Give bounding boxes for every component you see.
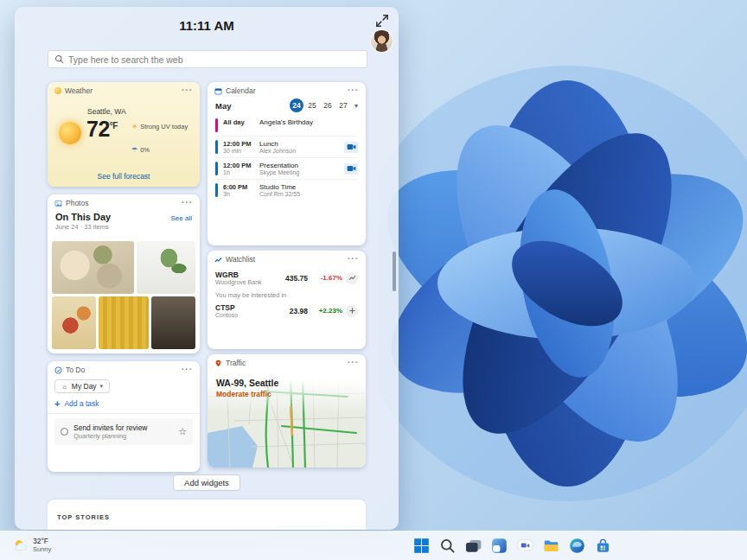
- watchlist-widget-header: Watchlist ···: [208, 251, 366, 266]
- todo-widget-header: To Do ···: [48, 361, 200, 377]
- todo-more-button[interactable]: ···: [182, 366, 193, 373]
- search-icon: [439, 538, 456, 554]
- traffic-widget[interactable]: Traffic ···: [208, 354, 366, 468]
- folder-icon: [543, 538, 559, 554]
- sun-icon: [59, 122, 81, 144]
- search-icon: [54, 54, 64, 64]
- calendar-event[interactable]: 12:00 PM 30 min Lunch Alex Johnson: [215, 137, 358, 158]
- edge-button[interactable]: [565, 534, 588, 557]
- photo-collage: [52, 241, 195, 349]
- widgets-icon: [491, 538, 508, 554]
- photo-tile[interactable]: [151, 296, 195, 349]
- event-color-bar: [215, 118, 218, 132]
- widgets-button[interactable]: [488, 534, 510, 557]
- see-all-link[interactable]: See all: [171, 214, 192, 222]
- event-color-bar: [215, 162, 218, 175]
- expand-icon: [374, 13, 390, 29]
- calendar-more-button[interactable]: ···: [348, 87, 359, 94]
- add-to-watchlist-icon[interactable]: [346, 305, 358, 317]
- traffic-more-button[interactable]: ···: [348, 360, 359, 366]
- umbrella-icon: ☂: [131, 146, 137, 154]
- calendar-day[interactable]: 26: [321, 99, 335, 112]
- photos-widget[interactable]: Photos ··· On This Day See all June 24 ·…: [48, 194, 200, 353]
- task-texts: Send invites for review Quarterly planni…: [73, 423, 173, 440]
- search-button[interactable]: [436, 534, 458, 557]
- search-input[interactable]: [68, 54, 361, 65]
- photo-row: [52, 241, 195, 294]
- bloom-wallpaper: [379, 24, 747, 536]
- calendar-widget-header: Calendar ···: [208, 82, 366, 98]
- edge-icon: [569, 538, 585, 554]
- task-checkbox[interactable]: [61, 428, 68, 436]
- chat-button[interactable]: [514, 534, 536, 557]
- stock-symbol-block: CTSP Contoso: [215, 303, 269, 318]
- calendar-widget-title: Calendar: [226, 86, 256, 95]
- add-widgets-button[interactable]: Add widgets: [173, 474, 240, 491]
- watchlist-row[interactable]: WGRB Woodgrove Bank 435.75 -1.67%: [208, 266, 366, 290]
- event-details: Presentation Skype Meeting: [259, 162, 339, 175]
- join-video-icon[interactable]: [344, 163, 358, 175]
- calendar-month: May: [215, 101, 231, 111]
- calendar-event[interactable]: 12:00 PM 1h Presentation Skype Meeting: [215, 158, 358, 180]
- start-button[interactable]: [410, 534, 432, 557]
- taskbar: 32°F Sunny: [0, 531, 747, 560]
- chevron-down-icon[interactable]: ▾: [354, 102, 358, 110]
- chevron-down-icon: ▾: [100, 383, 104, 390]
- weather-more-button[interactable]: ···: [182, 87, 193, 94]
- video-camera-icon: [347, 165, 356, 172]
- calendar-widget[interactable]: Calendar ··· May 24 25 26 27 ▾ All day: [208, 82, 366, 245]
- taskbar-weather-button[interactable]: 32°F Sunny: [7, 534, 57, 557]
- join-video-icon[interactable]: [344, 142, 358, 153]
- watchlist-suggestion-text: You may be interested in: [208, 290, 366, 299]
- watchlist-row[interactable]: CTSP Contoso 23.98 +2.23%: [208, 299, 366, 322]
- todo-widget[interactable]: To Do ··· ☼ My Day ▾ + Add a task Send i…: [48, 361, 200, 472]
- calendar-date-strip: May 24 25 26 27 ▾: [208, 98, 366, 115]
- photo-tile[interactable]: [99, 296, 149, 349]
- photos-widget-header: Photos ···: [48, 194, 200, 210]
- event-color-bar: [215, 183, 218, 197]
- top-stories-label: TOP STORIES: [57, 513, 110, 521]
- weather-widget-title: Weather: [65, 86, 93, 95]
- stock-symbol-block: WGRB Woodgrove Bank: [215, 270, 269, 285]
- top-stories-section[interactable]: TOP STORIES: [48, 500, 366, 530]
- event-details: Lunch Alex Johnson: [259, 140, 339, 154]
- expand-panel-button[interactable]: [374, 13, 390, 29]
- panel-scrollbar[interactable]: [393, 251, 396, 291]
- profile-avatar[interactable]: [371, 30, 393, 52]
- photos-more-button[interactable]: ···: [182, 200, 193, 207]
- taskbar-icons: [410, 534, 614, 557]
- watchlist-more-button[interactable]: ···: [348, 256, 359, 263]
- photo-tile[interactable]: [137, 241, 195, 294]
- task-view-button[interactable]: [462, 534, 484, 557]
- temperature-unit: °F: [110, 121, 118, 130]
- watchlist-icon: [214, 256, 222, 264]
- traffic-icon: [214, 360, 222, 367]
- clock: 11:11 AM: [15, 18, 399, 33]
- calendar-day-selected[interactable]: 24: [290, 99, 303, 112]
- weather-widget[interactable]: Weather ··· Seattle, WA 72°F ☀ Strong UV…: [48, 82, 200, 187]
- calendar-event[interactable]: 6:00 PM 3h Studio Time Conf Rm 32/55: [215, 180, 358, 200]
- photo-tile[interactable]: [52, 241, 134, 294]
- store-button[interactable]: [591, 534, 614, 557]
- star-icon[interactable]: ☆: [178, 427, 187, 436]
- see-full-forecast-link[interactable]: See full forecast: [48, 172, 200, 181]
- my-day-dropdown[interactable]: ☼ My Day ▾: [54, 379, 110, 393]
- on-this-day-heading: On This Day: [55, 212, 111, 222]
- event-time: 6:00 PM 3h: [223, 183, 254, 197]
- calendar-event[interactable]: All day Angela's Birthday: [215, 115, 358, 137]
- watchlist-widget[interactable]: Watchlist ··· WGRB Woodgrove Bank 435.75…: [208, 251, 366, 349]
- store-icon: [595, 538, 611, 554]
- add-task-button[interactable]: + Add a task: [54, 399, 193, 408]
- search-bar[interactable]: [48, 50, 367, 68]
- calendar-day[interactable]: 27: [336, 99, 350, 112]
- event-time: All day: [223, 118, 254, 126]
- watchlist-widget-title: Watchlist: [226, 255, 255, 264]
- stock-chart-icon[interactable]: [346, 272, 358, 284]
- file-explorer-button[interactable]: [540, 534, 562, 557]
- weather-precipitation: ☂ 0%: [131, 146, 150, 154]
- task-row[interactable]: Send invites for review Quarterly planni…: [54, 418, 193, 445]
- stock-change: -1.67%: [311, 274, 342, 282]
- calendar-day[interactable]: 25: [305, 99, 319, 112]
- photo-tile[interactable]: [52, 296, 96, 349]
- stock-price: 23.98: [290, 307, 308, 315]
